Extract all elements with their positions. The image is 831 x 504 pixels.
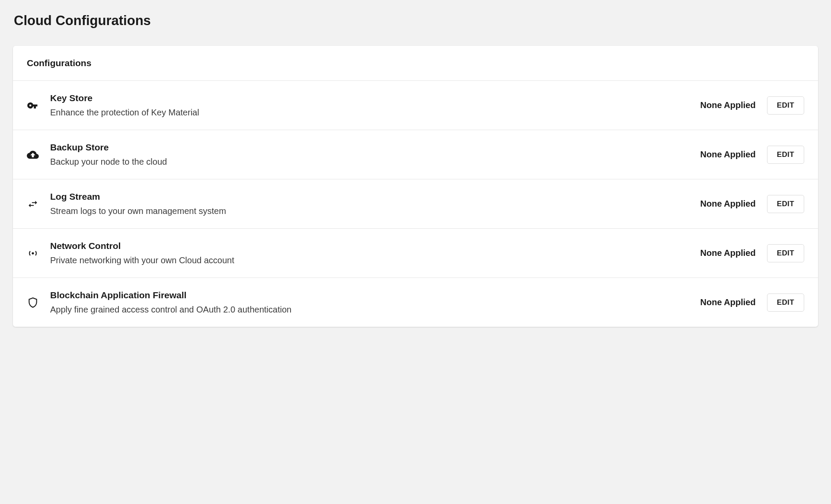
row-status: None Applied	[700, 150, 756, 159]
row-status: None Applied	[700, 100, 756, 110]
row-description: Enhance the protection of Key Material	[50, 108, 689, 118]
config-row-key-store: Key Store Enhance the protection of Key …	[13, 80, 818, 130]
row-description: Stream logs to your own management syste…	[50, 206, 689, 216]
row-description: Backup your node to the cloud	[50, 157, 689, 167]
row-status: None Applied	[700, 199, 756, 209]
row-description: Private networking with your own Cloud a…	[50, 255, 689, 265]
row-title: Blockchain Application Firewall	[50, 290, 689, 300]
row-title: Log Stream	[50, 191, 689, 202]
key-icon	[27, 99, 39, 112]
edit-button[interactable]: EDIT	[767, 96, 804, 115]
shield-icon	[27, 297, 39, 308]
network-icon	[27, 247, 39, 259]
row-title: Key Store	[50, 93, 689, 103]
row-title: Backup Store	[50, 142, 689, 153]
configurations-card: Configurations Key Store Enhance the pro…	[13, 46, 818, 327]
row-status: None Applied	[700, 297, 756, 307]
config-row-log-stream: Log Stream Stream logs to your own manag…	[13, 179, 818, 228]
page-title: Cloud Configurations	[14, 13, 818, 29]
row-description: Apply fine grained access control and OA…	[50, 305, 689, 315]
config-row-blockchain-application-firewall: Blockchain Application Firewall Apply fi…	[13, 278, 818, 327]
edit-button[interactable]: EDIT	[767, 293, 804, 312]
row-status: None Applied	[700, 248, 756, 258]
edit-button[interactable]: EDIT	[767, 146, 804, 164]
card-header: Configurations	[13, 46, 818, 80]
cloud-upload-icon	[27, 148, 39, 161]
edit-button[interactable]: EDIT	[767, 244, 804, 262]
svg-point-0	[32, 252, 34, 254]
edit-button[interactable]: EDIT	[767, 195, 804, 213]
config-row-network-control: Network Control Private networking with …	[13, 228, 818, 278]
swap-icon	[27, 198, 39, 210]
config-row-backup-store: Backup Store Backup your node to the clo…	[13, 130, 818, 179]
row-title: Network Control	[50, 241, 689, 251]
